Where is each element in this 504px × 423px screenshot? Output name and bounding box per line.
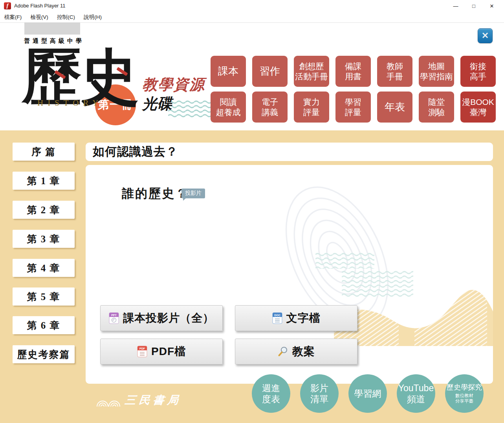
resource-button-reading[interactable]: 閱讀超養成	[211, 92, 246, 123]
learning-site-button[interactable]: 學習網	[348, 374, 387, 413]
item-title: 誰的歷史？	[122, 185, 189, 202]
svg-text:PPT: PPT	[111, 314, 117, 317]
sidebar-item-ch5[interactable]: 第 5 章	[13, 287, 75, 306]
flash-logo-icon: f	[4, 2, 11, 9]
pdf-file-label: PDF檔	[151, 344, 186, 359]
pdf-file-button[interactable]: PDF PDF檔	[100, 339, 223, 364]
publisher-logo: 三民書局	[96, 393, 181, 408]
title-bar: f Adobe Flash Player 11 — □ ✕	[0, 0, 504, 12]
resource-button-map-guide[interactable]: 地圖學習指南	[419, 56, 454, 87]
publisher-logo-placeholder	[24, 22, 80, 35]
sidebar-item-fieldwork[interactable]: 歷史考察篇	[13, 345, 75, 363]
svg-text:PDF: PDF	[139, 347, 145, 350]
resource-button-bridge-expert[interactable]: 銜接高手	[460, 56, 496, 87]
resource-button-timeline[interactable]: 年表	[377, 92, 412, 123]
resource-button-electure[interactable]: 電子講義	[252, 92, 288, 123]
menu-view[interactable]: 檢視(V)	[27, 12, 52, 21]
window-title: Adobe Flash Player 11	[14, 3, 66, 9]
sidebar-item-ch3[interactable]: 第 3 章	[13, 230, 75, 248]
resource-button-manbook-taiwan[interactable]: 漫BOOK臺灣	[460, 92, 496, 123]
sidebar-item-ch1[interactable]: 第 1 章	[13, 172, 75, 190]
publisher-name: 三民書局	[124, 393, 182, 408]
main-area: 序 篇 第 1 章 第 2 章 第 3 章 第 4 章 第 5 章 第 6 章 …	[0, 130, 504, 423]
svg-text:DOC: DOC	[274, 314, 280, 317]
sidebar-item-intro[interactable]: 序 篇	[13, 143, 75, 161]
wave-watermark	[315, 252, 374, 269]
resource-label: 教學資源	[142, 75, 205, 95]
window-controls: — □ ✕	[447, 0, 501, 12]
resource-button-textbook[interactable]: 課本	[211, 56, 246, 87]
text-file-button[interactable]: DOC 文字檔	[235, 305, 357, 331]
slides-all-button[interactable]: PPT 課本投影片（全）	[100, 305, 223, 331]
sidebar-item-ch2[interactable]: 第 2 章	[13, 201, 75, 219]
section-title: 如何認識過去？	[93, 144, 178, 160]
menu-help[interactable]: 說明(H)	[80, 12, 105, 21]
resource-button-quiz[interactable]: 隨堂測驗	[419, 92, 454, 123]
resource-button-grid: 課本 習作 創想歷活動手冊 備課用書 教師手冊 地圖學習指南 銜接高手 閱讀超養…	[211, 56, 496, 123]
pdf-file-icon: PDF	[137, 346, 147, 357]
lesson-plan-label: 教案	[292, 344, 315, 359]
lesson-plan-button[interactable]: 教案	[235, 339, 357, 364]
magnifier-icon	[277, 346, 288, 357]
resource-button-learning-assessment[interactable]: 學習評量	[335, 92, 371, 123]
history-inquiry-button[interactable]: 歷史學探究 數位教材 分享平臺	[445, 374, 484, 413]
sanmin-arches-icon	[96, 394, 121, 408]
resource-button-skill-assessment[interactable]: 實力評量	[294, 92, 329, 123]
ppt-file-icon: PPT	[109, 312, 119, 324]
subject-title-en: HISTORY	[37, 98, 103, 108]
disc-label: 光碟	[142, 94, 172, 114]
slide-badge: 投影片	[181, 189, 205, 198]
sidebar-item-ch6[interactable]: 第 6 章	[13, 316, 75, 334]
flash-player-window: f Adobe Flash Player 11 — □ ✕ 檔案(F) 檢視(V…	[0, 0, 504, 423]
hills-decoration	[334, 289, 493, 348]
video-list-button[interactable]: 影片 清單	[300, 374, 339, 413]
menu-file[interactable]: 檔案(F)	[1, 12, 25, 21]
app-close-icon: ✕	[482, 31, 489, 41]
content-panel: 誰的歷史？ 投影片 PPT 課本投影片（全） DOC	[86, 165, 493, 384]
hero-section: 普通型高級中學 第一冊 歷史 HISTORY 教學資源 光碟 ✕ 課本 習作 創…	[0, 23, 504, 130]
resource-button-lesson-prep[interactable]: 備課用書	[335, 56, 371, 87]
text-file-label: 文字檔	[286, 311, 321, 326]
slides-all-label: 課本投影片（全）	[123, 311, 214, 326]
app-close-button[interactable]: ✕	[478, 28, 493, 43]
weekly-schedule-button[interactable]: 週進 度表	[252, 374, 290, 413]
wave-decoration	[168, 100, 214, 119]
menu-control[interactable]: 控制(C)	[53, 12, 79, 21]
resource-button-activity-manual[interactable]: 創想歷活動手冊	[294, 56, 329, 87]
doc-file-icon: DOC	[272, 312, 282, 324]
close-icon[interactable]: ✕	[483, 0, 501, 12]
menu-bar: 檔案(F) 檢視(V) 控制(C) 說明(H)	[0, 12, 504, 23]
resource-button-teacher-manual[interactable]: 教師手冊	[377, 56, 412, 87]
sidebar-item-ch4[interactable]: 第 4 章	[13, 259, 75, 277]
youtube-channel-button[interactable]: YouTube 頻道	[397, 374, 435, 413]
section-header: 如何認識過去？	[86, 143, 493, 161]
maximize-icon[interactable]: □	[465, 0, 483, 12]
minimize-icon[interactable]: —	[447, 0, 465, 12]
resource-button-workbook[interactable]: 習作	[252, 56, 288, 87]
